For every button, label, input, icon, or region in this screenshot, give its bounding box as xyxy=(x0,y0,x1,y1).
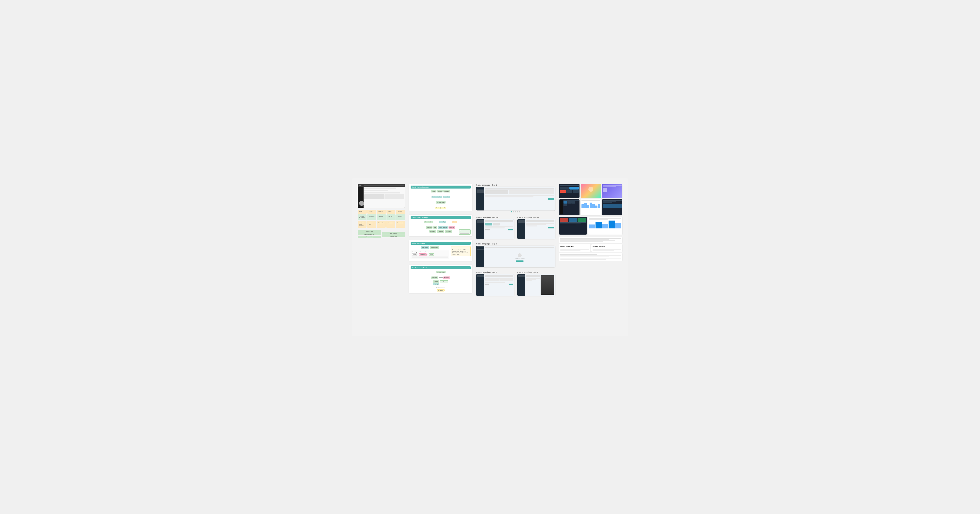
sidebar-item xyxy=(518,221,525,222)
app-content-area xyxy=(358,187,405,208)
flow-node: Start/End Dates xyxy=(430,246,439,248)
flow-node: Constraints xyxy=(433,280,439,283)
flow-node: Key Fights xyxy=(443,277,450,279)
wf-nav xyxy=(485,229,513,231)
step2b-label: Create campaign – Step 2 –... xyxy=(517,216,555,218)
step4-diagram: Promotion Details Promotion Key Fights C… xyxy=(410,271,471,291)
sticky-note: Recommends xyxy=(396,221,405,228)
annotation-card-campaign: Campaign Step Notes xyxy=(591,244,622,252)
flow-node-group: Select a segment Create template xyxy=(382,232,405,237)
sticky-note-green: Consideration xyxy=(367,215,376,220)
sidebar-item xyxy=(477,276,484,277)
step2a-label: Create campaign – Step 2 –... xyxy=(476,216,514,218)
step-dot xyxy=(513,211,514,212)
dash-card xyxy=(560,187,569,189)
flow-row: Constraints Constraints Constraints xyxy=(430,230,452,232)
content-block xyxy=(364,192,400,194)
step4-5-wireframe-pair: Create campaign – Step 5 xyxy=(476,271,555,296)
flow-row: Promotion Key Fights xyxy=(431,277,450,279)
step2-diagram: Promotion Type Service Type Bundle Promo… xyxy=(410,221,471,235)
segment-creation-box: User Segment Creation Process Create → D… xyxy=(410,250,449,259)
step3-wireframe: Analyze your segment xyxy=(476,246,555,267)
step4-header: Step 4: Promotion Details xyxy=(410,266,471,269)
cta-button[interactable] xyxy=(516,261,523,262)
thumb-purple xyxy=(602,184,622,198)
wf-row xyxy=(485,282,504,283)
sidebar-item xyxy=(477,247,484,247)
flow-node: User Segment xyxy=(421,246,429,248)
step-dot xyxy=(515,211,516,212)
wf-row xyxy=(527,223,554,224)
segment-step: Define Rules xyxy=(419,253,426,256)
connector xyxy=(441,224,441,226)
sticky-note: Uses service xyxy=(386,221,395,228)
dash-row xyxy=(560,190,579,193)
flow-node-label: Promotion Details / Yes xyxy=(358,233,381,236)
step2-flow-card: Step 2: Choose Offer Type Promotion Type… xyxy=(409,215,472,236)
sticky-note: Stage 1 xyxy=(358,210,367,213)
flow-node-label: Documentation xyxy=(358,236,381,238)
admin-content xyxy=(559,199,579,215)
step2-wireframe-pair: Create campaign – Step 2 –... xyxy=(476,216,555,239)
segment-steps: Create → Define Rules → Publish xyxy=(412,253,448,256)
sidebar-item xyxy=(477,275,484,276)
flow-node: Responsive xyxy=(442,196,450,198)
step2a-container: Create campaign – Step 2 –... xyxy=(476,216,514,239)
annotation-card-1 xyxy=(559,237,622,243)
wf-main-content xyxy=(484,219,514,239)
connector xyxy=(441,199,441,201)
sidebar-item xyxy=(477,191,484,192)
sidebar-item xyxy=(518,275,525,276)
logo-placeholder xyxy=(589,187,593,192)
step5-container: Create campaign – Step 5 xyxy=(476,271,514,296)
chart-bar xyxy=(595,222,602,228)
wf-row xyxy=(485,196,533,197)
sticky-note: Stage 3 xyxy=(377,210,386,213)
wf-main-content xyxy=(525,219,555,239)
step3-flow-card: Step 3: Set Availability User Segment St… xyxy=(409,240,472,261)
flow-node: Friendly xyxy=(431,190,436,193)
topbar-dot xyxy=(359,185,360,186)
analytics-content xyxy=(559,184,579,198)
step2b-container: Create campaign – Step 2 –... xyxy=(517,216,555,239)
connector xyxy=(441,274,441,276)
flow-node: Constraints xyxy=(445,230,452,232)
thumb-row-3 xyxy=(559,217,622,235)
flow-node: Custom xyxy=(437,190,442,193)
wf-row xyxy=(485,226,513,227)
flow-row: Promotion Flat Basket Conditions Key Fig… xyxy=(426,226,455,229)
annotation-pair: Segment Creation Notes Campaign Step Not… xyxy=(559,244,622,252)
app-mockup xyxy=(358,184,405,208)
dash-card-accent xyxy=(560,190,566,193)
step4-note: Alternate promotion option xyxy=(436,287,445,288)
sidebar-item xyxy=(518,276,525,277)
admin-grid xyxy=(563,201,579,206)
dash-card xyxy=(566,190,572,193)
wf-main-content xyxy=(484,274,514,296)
admin-sidebar xyxy=(560,200,563,215)
wf-sidebar xyxy=(517,219,525,239)
wf-header xyxy=(527,275,540,277)
step1-header: Step 1: Create a Campaign xyxy=(410,186,471,189)
chart-bar xyxy=(609,221,615,228)
wf-nav xyxy=(485,283,513,285)
flow-node: Preview Question ? xyxy=(435,207,446,209)
flow-node: Bundle xyxy=(452,221,457,223)
step-dot-active xyxy=(511,211,512,212)
flow-row: Promotion Type Service Type Bundle xyxy=(424,221,457,223)
step4-wireframe xyxy=(517,274,555,296)
topbar-dot xyxy=(360,185,361,186)
flow-node: Flat xyxy=(433,226,437,229)
step1-flow-card: Step 1: Create a Campaign Friendly Custo… xyxy=(409,184,472,211)
journey-row: Awareness & Discovery Consideration Purc… xyxy=(358,215,405,220)
wf-row xyxy=(485,228,504,228)
sticky-note: User hears about campaign xyxy=(358,221,366,228)
thumb-admin xyxy=(559,199,579,215)
wf-options-row xyxy=(485,223,513,226)
wf-row xyxy=(527,280,532,282)
sticky-note: Stage 2 xyxy=(367,210,376,213)
flow-node: Key Fights xyxy=(449,226,455,229)
wf-sidebar xyxy=(476,187,484,210)
annotation-card-segment: Segment Creation Notes xyxy=(559,244,590,252)
flow-node: Campaign Details xyxy=(436,201,445,204)
